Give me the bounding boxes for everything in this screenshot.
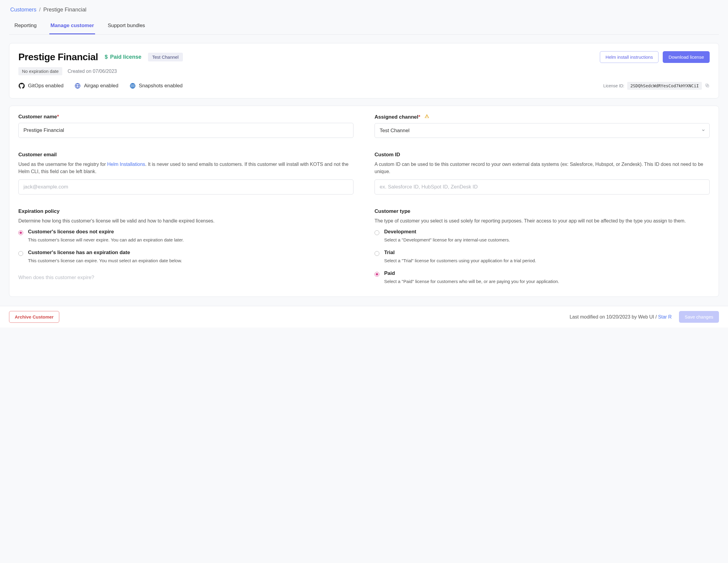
feature-airgap-label: Airgap enabled [84,83,118,89]
warning-icon [423,114,430,120]
page-title: Prestige Financial [18,51,98,63]
radio-paid[interactable]: Paid Select a "Paid" license for custome… [375,270,710,285]
download-license-button[interactable]: Download license [663,51,710,63]
customer-name-input[interactable] [18,123,353,138]
radio-dev-title: Development [384,229,510,235]
assigned-channel-select[interactable]: Test Channel [375,123,710,138]
required-star: * [418,114,420,120]
radio-development[interactable]: Development Select a "Development" licen… [375,229,710,243]
breadcrumb-root[interactable]: Customers [10,7,36,13]
channel-badge: Test Channel [148,53,183,61]
radio-paid-sub: Select a "Paid" license for customers wh… [384,278,559,285]
section-assigned-channel: Assigned channel* Test Channel [375,114,710,138]
radio-no-expire-sub: This customer's license will never expir… [28,237,184,243]
customer-email-desc: Used as the username for the registry fo… [18,161,353,175]
section-customer-name: Customer name* [18,114,353,138]
header-card: Prestige Financial $ Paid license Test C… [9,43,719,98]
license-type-pill: $ Paid license [105,54,141,60]
expire-when-label: When does this customer expire? [18,274,353,280]
tab-bundles[interactable]: Support bundles [106,18,146,34]
tab-manage[interactable]: Manage customer [49,18,95,34]
customer-type-desc: The type of customer you select is used … [375,217,710,224]
radio-has-expire[interactable]: Customer's license has an expiration dat… [18,249,353,264]
section-customer-email: Customer email Used as the username for … [18,152,353,194]
customer-name-label: Customer name* [18,114,353,120]
license-id-label: License ID: [603,83,624,88]
tab-reporting[interactable]: Reporting [13,18,38,34]
last-modified: Last modified on 10/20/2023 by Web UI / … [569,314,671,320]
radio-icon [375,272,379,277]
copy-icon[interactable] [705,83,710,89]
radio-icon [18,230,23,235]
globe-icon [74,82,81,89]
form-card: Customer name* Assigned channel* Test Ch… [9,106,719,297]
feature-snapshots-label: Snapshots enabled [139,83,183,89]
license-id-value: 2SDQhSedcWdRYesCod7kHYXNCiI [627,82,702,90]
expiration-badge: No expiration date [18,67,62,75]
radio-has-expire-sub: This customer's license can expire. You … [28,257,182,264]
custom-id-desc: A custom ID can be used to tie this cust… [375,161,710,175]
tabs: Reporting Manage customer Support bundle… [9,18,719,35]
section-expiration: Expiration policy Determine how long thi… [18,208,353,285]
custom-id-label: Custom ID [375,152,710,158]
dollar-icon: $ [105,54,108,60]
license-type-label: Paid license [110,54,141,60]
snapshot-icon [129,82,136,89]
created-date: Created on 07/06/2023 [68,69,117,74]
feature-snapshots: Snapshots enabled [129,82,183,89]
radio-has-expire-title: Customer's license has an expiration dat… [28,249,182,255]
radio-trial[interactable]: Trial Select a "Trial" license for custo… [375,249,710,264]
feature-airgap: Airgap enabled [74,82,118,89]
feature-gitops-label: GitOps enabled [28,83,63,89]
section-customer-type: Customer type The type of customer you s… [375,208,710,285]
breadcrumb-current: Prestige Financial [43,7,86,13]
radio-icon [375,230,379,235]
assigned-channel-label: Assigned channel* [375,114,710,120]
helm-installations-link[interactable]: Helm Installations [107,162,145,167]
customer-type-label: Customer type [375,208,710,214]
helm-instructions-button[interactable]: Helm install instructions [600,51,659,63]
archive-customer-button[interactable]: Archive Customer [9,311,59,323]
radio-icon [375,251,379,256]
radio-paid-title: Paid [384,270,559,276]
radio-trial-title: Trial [384,249,536,255]
radio-trial-sub: Select a "Trial" license for customers u… [384,257,536,264]
custom-id-input[interactable] [375,179,710,194]
radio-no-expire[interactable]: Customer's license does not expire This … [18,229,353,243]
breadcrumb-sep: / [39,7,41,13]
customer-email-label: Customer email [18,152,353,158]
radio-dev-sub: Select a "Development" license for any i… [384,237,510,243]
modified-user-link[interactable]: Star R [658,314,672,320]
radio-no-expire-title: Customer's license does not expire [28,229,184,235]
expiration-desc: Determine how long this customer's licen… [18,217,353,224]
breadcrumb: Customers / Prestige Financial [9,0,719,16]
section-custom-id: Custom ID A custom ID can be used to tie… [375,152,710,194]
feature-gitops: GitOps enabled [18,82,63,89]
license-id: License ID: 2SDQhSedcWdRYesCod7kHYXNCiI [603,82,710,90]
save-changes-button[interactable]: Save changes [679,311,719,323]
github-icon [18,82,25,89]
radio-icon [18,251,23,256]
required-star: * [57,114,59,119]
customer-email-input[interactable] [18,179,353,194]
expiration-label: Expiration policy [18,208,353,214]
footer: Archive Customer Last modified on 10/20/… [0,306,728,328]
